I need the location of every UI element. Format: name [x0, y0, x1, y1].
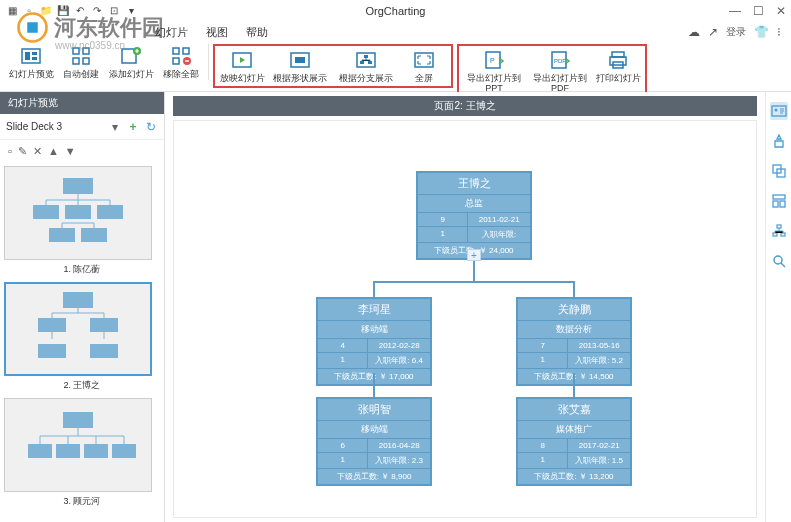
- svg-text:PDF: PDF: [554, 58, 566, 64]
- tree-icon[interactable]: [770, 222, 788, 240]
- menu-slides[interactable]: 幻灯片: [155, 25, 188, 40]
- svg-rect-42: [63, 412, 93, 428]
- remove-all-icon: [169, 44, 193, 68]
- svg-rect-52: [773, 201, 778, 207]
- more-icon[interactable]: ⁝: [777, 25, 781, 39]
- quick-access-toolbar: ▦ ▫ 📁 💾 ↶ ↷ ⊡ ▾: [5, 4, 138, 18]
- play-slides-button[interactable]: 放映幻灯片: [219, 48, 265, 84]
- tool-up-icon[interactable]: ▲: [48, 145, 59, 157]
- login-link[interactable]: 登录: [726, 25, 746, 39]
- add-slide-icon: [119, 44, 143, 68]
- svg-rect-12: [173, 48, 179, 54]
- svg-rect-43: [28, 444, 52, 458]
- svg-rect-35: [49, 228, 75, 242]
- svg-rect-13: [183, 48, 189, 54]
- export-ppt-icon: P: [482, 48, 506, 72]
- svg-rect-53: [780, 201, 785, 207]
- maximize-button[interactable]: ☐: [753, 4, 764, 18]
- shape-show-button[interactable]: 根据形状展示: [269, 48, 331, 84]
- auto-create-button[interactable]: 自动创建: [58, 44, 104, 80]
- zoom-icon[interactable]: ⊡: [107, 4, 121, 18]
- slide-panel: 幻灯片预览 Slide Deck 3 ▾ + ↻ ▫ ✎ ✕ ▲ ▼ 1. 陈亿…: [0, 92, 165, 522]
- ribbon-group-play: 放映幻灯片 根据形状展示 根据分支展示 全屏: [213, 44, 453, 88]
- deck-refresh-icon[interactable]: ↻: [144, 120, 158, 134]
- add-slide-button[interactable]: 添加幻灯片: [108, 44, 154, 80]
- canvas[interactable]: 王博之 总监 92011-02-21 1入职年限: 下级员工数: ￥ 24,00…: [173, 120, 757, 518]
- svg-rect-6: [73, 48, 79, 54]
- new-icon[interactable]: ▫: [22, 4, 36, 18]
- slide-thumb-2[interactable]: 2. 王博之: [4, 282, 160, 392]
- svg-rect-7: [83, 48, 89, 54]
- tool-add-icon[interactable]: ▫: [8, 145, 12, 157]
- layers-icon[interactable]: [770, 162, 788, 180]
- page-header: 页面2: 王博之: [173, 96, 757, 116]
- svg-rect-46: [112, 444, 136, 458]
- slide-tools-row: ▫ ✎ ✕ ▲ ▼: [0, 140, 164, 162]
- close-button[interactable]: ✕: [776, 4, 786, 18]
- tool-edit-icon[interactable]: ✎: [18, 145, 27, 158]
- svg-rect-21: [360, 61, 364, 64]
- fullscreen-button[interactable]: 全屏: [401, 48, 447, 84]
- undo-icon[interactable]: ↶: [73, 4, 87, 18]
- org-node-c3[interactable]: 张明智 移动端 62016-04-28 1入职年限: 2.3 下级员工数: ￥ …: [316, 397, 432, 486]
- org-node-c4[interactable]: 张艾嘉 媒体推广 82017-02-21 1入职年限: 1.5 下级员工数: ￥…: [516, 397, 632, 486]
- ribbon-toolbar: 幻灯片预览 自动创建 添加幻灯片 移除全部 放映幻灯片 根据形状展示 根据分支展…: [0, 42, 791, 92]
- ribbon-group-export: P 导出幻灯片到PPT PDF 导出幻灯片到PDF 打印幻灯片: [457, 44, 647, 98]
- menu-help[interactable]: 帮助: [246, 25, 268, 40]
- svg-rect-51: [773, 195, 785, 199]
- user-icon[interactable]: 👕: [754, 25, 769, 39]
- redo-icon[interactable]: ↷: [90, 4, 104, 18]
- auto-icon: [69, 44, 93, 68]
- minimize-button[interactable]: —: [729, 4, 741, 18]
- preview-button[interactable]: 幻灯片预览: [8, 44, 54, 80]
- search-icon[interactable]: [770, 252, 788, 270]
- svg-point-48: [774, 109, 777, 112]
- svg-rect-56: [781, 233, 785, 236]
- slide-thumb-3[interactable]: 3. 顾元河: [4, 398, 160, 508]
- deck-dropdown-icon[interactable]: ▾: [108, 120, 122, 134]
- svg-rect-22: [368, 61, 372, 64]
- branch-show-button[interactable]: 根据分支展示: [335, 48, 397, 84]
- menubar: 幻灯片 视图 帮助 ☁ ↗ 登录 👕 ⁝: [0, 22, 791, 42]
- org-node-root[interactable]: 王博之 总监 92011-02-21 1入职年限: 下级员工数: ￥ 24,00…: [416, 171, 532, 260]
- save-icon[interactable]: 💾: [56, 4, 70, 18]
- share-icon[interactable]: ↗: [708, 25, 718, 39]
- svg-rect-55: [773, 233, 777, 236]
- play-icon: [230, 48, 254, 72]
- export-pdf-icon: PDF: [548, 48, 572, 72]
- export-ppt-button[interactable]: P 导出幻灯片到PPT: [463, 48, 525, 94]
- svg-rect-2: [22, 49, 40, 63]
- svg-rect-44: [56, 444, 80, 458]
- menu-view[interactable]: 视图: [206, 25, 228, 40]
- app-title: OrgCharting: [366, 5, 426, 17]
- svg-rect-33: [65, 205, 91, 219]
- right-toolbar: [765, 92, 791, 522]
- svg-rect-34: [97, 205, 123, 219]
- org-chart: 王博之 总监 92011-02-21 1入职年限: 下级员工数: ￥ 24,00…: [174, 121, 756, 517]
- tool-delete-icon[interactable]: ✕: [33, 145, 42, 158]
- export-pdf-button[interactable]: PDF 导出幻灯片到PDF: [529, 48, 591, 94]
- svg-rect-9: [83, 58, 89, 64]
- deck-add-icon[interactable]: +: [126, 120, 140, 134]
- cloud-icon[interactable]: ☁: [688, 25, 700, 39]
- svg-rect-41: [90, 344, 118, 358]
- slide-deck-selector[interactable]: Slide Deck 3 ▾ + ↻: [0, 114, 164, 140]
- tool-down-icon[interactable]: ▼: [65, 145, 76, 157]
- add-child-button[interactable]: +: [467, 249, 481, 261]
- print-button[interactable]: 打印幻灯片: [595, 48, 641, 94]
- svg-rect-54: [777, 225, 781, 228]
- window-controls: — ☐ ✕: [729, 4, 786, 18]
- svg-rect-14: [173, 58, 179, 64]
- open-icon[interactable]: 📁: [39, 4, 53, 18]
- svg-rect-31: [63, 178, 93, 194]
- svg-rect-39: [90, 318, 118, 332]
- svg-rect-18: [295, 57, 305, 63]
- svg-rect-20: [364, 55, 368, 58]
- person-card-icon[interactable]: [770, 102, 788, 120]
- main-area: 幻灯片预览 Slide Deck 3 ▾ + ↻ ▫ ✎ ✕ ▲ ▼ 1. 陈亿…: [0, 92, 791, 522]
- layout-icon[interactable]: [770, 192, 788, 210]
- theme-icon[interactable]: [770, 132, 788, 150]
- remove-all-button[interactable]: 移除全部: [158, 44, 204, 80]
- slide-thumb-1[interactable]: 1. 陈亿蘅: [4, 166, 160, 276]
- dropdown-icon[interactable]: ▾: [124, 4, 138, 18]
